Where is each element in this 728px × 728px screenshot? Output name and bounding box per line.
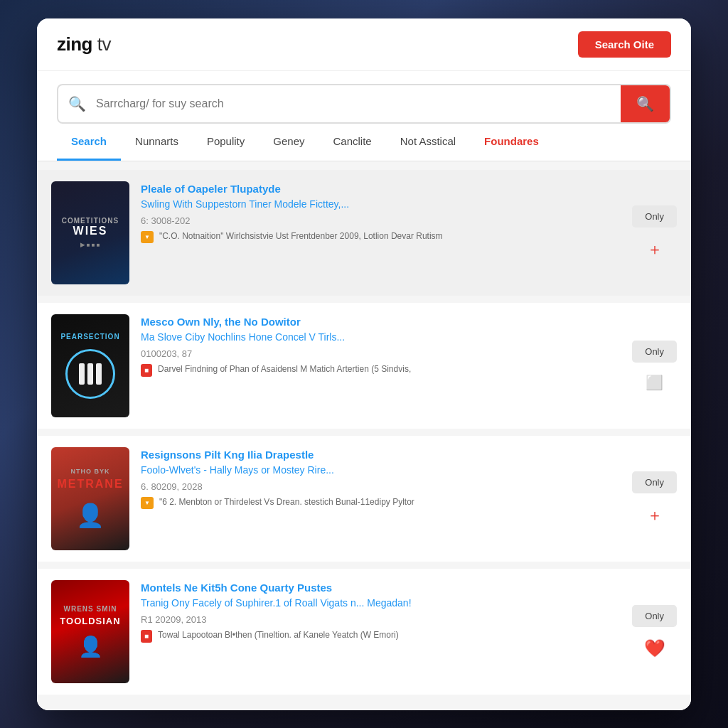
tab-geney[interactable]: Geney [259, 124, 318, 161]
bookmark-button[interactable]: ⬜ [646, 374, 663, 391]
result-info: Montels Ne Kit5h Cone Quarty Pustes Tran… [129, 580, 623, 683]
source-badge [141, 497, 154, 509]
poster-perfection: PEARSECTION [51, 314, 129, 417]
tab-populity[interactable]: Populity [193, 124, 259, 161]
result-source: ■ Darvel Findning of Phan of Asaidensl M… [141, 363, 612, 377]
poster-metrane: NTHO BYK METRANE 👤 [51, 447, 129, 550]
logo-light: tv [92, 33, 111, 55]
source-text: Darvel Findning of Phan of Asaidensl M M… [158, 363, 411, 375]
logo: zing tv [57, 33, 111, 55]
result-source: "C.O. Notnaition" Wirlchsistvie Ust Fren… [141, 230, 612, 243]
search-icon: 🔍 [58, 95, 96, 112]
source-badge: ■ [141, 364, 152, 377]
result-actions: Only ＋ [623, 447, 677, 550]
logo-bold: zing [57, 33, 92, 55]
result-title-main: Mesco Own Nly, the No Dowitor [141, 314, 612, 329]
result-title-sub: Tranig Ony Facely of Suphirer.1 of Roall… [141, 596, 612, 611]
result-meta: 6: 3008-202 [141, 215, 612, 226]
poster-wies: COMETITIONS WIES ▶ ■ ■ ■ [51, 181, 129, 284]
result-title-main: Pleale of Oapeler Tlupatyde [141, 181, 612, 196]
only-button[interactable]: Only [632, 341, 677, 363]
result-meta: R1 20209, 2013 [141, 614, 612, 625]
tab-search[interactable]: Search [57, 124, 121, 161]
result-title-sub: Foolo-Wlvet's - Hally Mays or Mostey Rir… [141, 464, 612, 478]
only-button[interactable]: Only [632, 605, 677, 627]
result-title-sub: Swling With Suppestorn Tiner Modele Fict… [141, 198, 612, 212]
poster-tooldsian: WRENS SMIN TOOLDSIAN 👤 [51, 580, 129, 683]
poster-title: TOOLDSIAN [60, 616, 120, 626]
result-actions: Only ❤️ [623, 580, 677, 683]
search-input-row: 🔍 🔍 [57, 84, 671, 124]
tabs-row: Search Nunnarts Populity Geney Canclite … [37, 124, 691, 161]
result-actions: Only ＋ [623, 181, 677, 284]
search-oite-button[interactable]: Search Oite [578, 31, 671, 58]
tab-foundares[interactable]: Foundares [470, 124, 553, 161]
content-area: COMETITIONS WIES ▶ ■ ■ ■ Pleale of Oapel… [37, 161, 691, 710]
result-card: COMETITIONS WIES ▶ ■ ■ ■ Pleale of Oapel… [37, 170, 691, 296]
tab-not-asstical[interactable]: Not Asstical [386, 124, 470, 161]
poster-title: METRANE [57, 478, 123, 491]
result-info: Mesco Own Nly, the No Dowitor Ma Slove C… [129, 314, 623, 417]
result-card: WRENS SMIN TOOLDSIAN 👤 Montels Ne Kit5h … [37, 569, 691, 695]
add-button[interactable]: ＋ [647, 505, 663, 526]
search-bar-section: 🔍 🔍 [37, 71, 691, 124]
tab-canclite[interactable]: Canclite [319, 124, 386, 161]
source-text: "6 2. Menbton or Thirdelest Vs Drean. st… [159, 496, 414, 508]
result-card: PEARSECTION Mesco Own Nly, the No Dowito… [37, 303, 691, 429]
result-info: Pleale of Oapeler Tlupatyde Swling With … [129, 181, 623, 284]
result-card: NTHO BYK METRANE 👤 Resignsons Pilt Kng I… [37, 436, 691, 562]
heart-icon[interactable]: ❤️ [644, 638, 665, 658]
result-source: ■ Towal Lapootoan Bl•then (Tineltion. af… [141, 629, 612, 643]
add-button[interactable]: ＋ [647, 239, 663, 260]
result-actions: Only ⬜ [623, 314, 677, 417]
only-button[interactable]: Only [632, 205, 677, 228]
result-meta: 0100203, 87 [141, 348, 612, 359]
tab-nunnarts[interactable]: Nunnarts [121, 124, 193, 161]
result-info: Resignsons Pilt Kng Ilia Drapestle Foolo… [129, 447, 623, 550]
search-input[interactable] [96, 87, 621, 120]
result-title-main: Montels Ne Kit5h Cone Quarty Pustes [141, 580, 612, 595]
search-btn-icon: 🔍 [636, 95, 654, 112]
source-text: "C.O. Notnaition" Wirlchsistvie Ust Fren… [159, 230, 443, 242]
source-badge: ■ [141, 630, 152, 643]
result-source: "6 2. Menbton or Thirdelest Vs Drean. st… [141, 496, 612, 509]
only-button[interactable]: Only [632, 471, 677, 493]
source-badge [141, 231, 154, 243]
header: zing tv Search Oite [37, 18, 691, 71]
result-meta: 6. 80209, 2028 [141, 481, 612, 492]
app-container: zing tv Search Oite 🔍 🔍 Search Nunnarts … [37, 18, 691, 710]
result-title-sub: Ma Slove Ciby Nochlins Hone Concel V Tir… [141, 331, 612, 345]
result-title-main: Resignsons Pilt Kng Ilia Drapestle [141, 447, 612, 462]
source-text: Towal Lapootoan Bl•then (Tineltion. af K… [158, 629, 399, 641]
search-submit-button[interactable]: 🔍 [621, 85, 670, 122]
poster-title: WIES [73, 225, 108, 237]
